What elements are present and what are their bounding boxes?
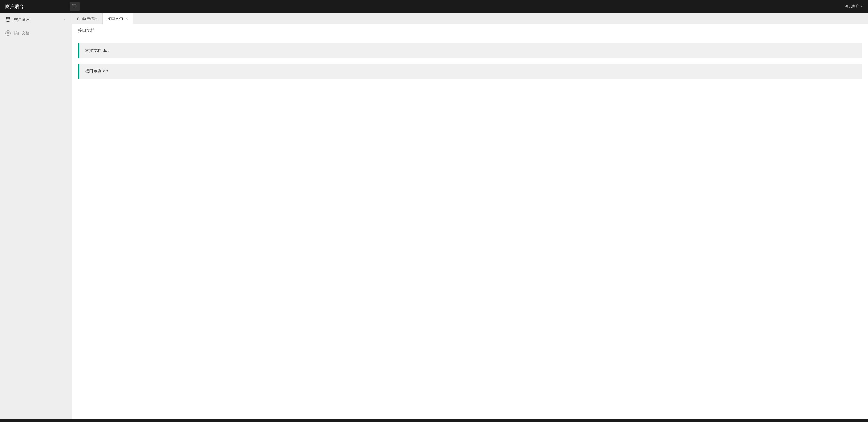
page-body: 对接文档.doc 接口示例.zip [72, 37, 868, 419]
tab-label: 接口文档 [107, 16, 123, 21]
tab-label: 商户信息 [82, 16, 98, 21]
file-item[interactable]: 对接文档.doc [78, 43, 862, 58]
chevron-left-icon [63, 18, 66, 22]
database-icon [5, 17, 11, 23]
page-title: 接口文档 [72, 24, 868, 37]
sidebar: 交易管理 接口文档 [0, 13, 72, 419]
user-label: 测试商户 [845, 4, 859, 9]
svg-point-4 [73, 6, 73, 6]
list-icon [72, 4, 77, 9]
file-item[interactable]: 接口示例.zip [78, 64, 862, 78]
sidebar-item-label: 接口文档 [14, 31, 66, 36]
sidebar-item-label: 交易管理 [14, 17, 63, 22]
bottom-bar [0, 419, 868, 422]
close-icon[interactable]: ✕ [125, 17, 128, 21]
menu-toggle-button[interactable] [70, 2, 80, 11]
tabs-bar: 商户信息 接口文档 ✕ [72, 13, 868, 24]
file-name: 接口示例.zip [85, 69, 108, 73]
app-title: 商户后台 [5, 3, 24, 9]
file-name: 对接文档.doc [85, 48, 109, 53]
user-menu[interactable]: 测试商户 [845, 4, 863, 9]
main-wrapper: 交易管理 接口文档 [0, 13, 868, 419]
svg-point-6 [6, 17, 10, 19]
svg-point-5 [73, 7, 73, 7]
content-area: 商户信息 接口文档 ✕ 接口文档 对接文档.doc 接口示例.zip [72, 13, 868, 419]
sidebar-item-transactions[interactable]: 交易管理 [0, 13, 71, 26]
caret-down-icon [860, 6, 863, 7]
tab-api-docs[interactable]: 接口文档 ✕ [103, 13, 133, 24]
gear-icon [5, 30, 11, 36]
topbar: 商户后台 测试商户 [0, 0, 868, 13]
svg-point-7 [7, 32, 9, 34]
svg-point-3 [73, 5, 73, 5]
home-icon [76, 17, 81, 21]
tab-merchant-info[interactable]: 商户信息 [72, 13, 103, 24]
sidebar-item-api-docs[interactable]: 接口文档 [0, 26, 71, 40]
